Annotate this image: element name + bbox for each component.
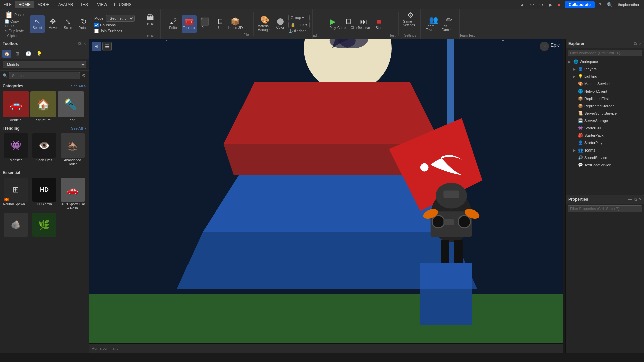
search-icon[interactable]: 🔍 bbox=[605, 2, 614, 7]
terrain-btn[interactable]: 🏔 Terrain bbox=[143, 11, 158, 28]
play-icon[interactable]: ▶ bbox=[547, 2, 554, 7]
search-input[interactable] bbox=[9, 72, 80, 79]
trending-see-all[interactable]: See All > bbox=[71, 126, 86, 130]
tree-workspace[interactable]: ▶ 🌐 Workspace bbox=[566, 58, 644, 65]
trending-monster[interactable]: 👾 Monster bbox=[3, 133, 29, 166]
stop-btn[interactable]: ■ Stop bbox=[372, 15, 386, 33]
toolbox-close-icon[interactable]: × bbox=[84, 41, 86, 46]
undo-icon[interactable]: ↩ bbox=[529, 2, 535, 7]
properties-minimize-icon[interactable]: — bbox=[628, 197, 632, 202]
rotate-btn[interactable]: ↻ Rotate bbox=[76, 15, 91, 33]
part-btn[interactable]: ⬛ Part bbox=[197, 15, 212, 33]
tree-server-script-icon: 📜 bbox=[578, 111, 583, 116]
category-vehicle[interactable]: 🚗 Vehicle bbox=[3, 91, 29, 122]
select-btn[interactable]: ↖ Select bbox=[30, 15, 45, 33]
properties-close-icon[interactable]: × bbox=[639, 197, 641, 202]
copy-btn[interactable]: 📄 Copy bbox=[5, 19, 24, 24]
edit-section-label: Edit bbox=[313, 34, 320, 39]
essential-sports-car[interactable]: 🚗 2019 Sports Car // Rosh bbox=[59, 178, 86, 210]
tree-server-storage[interactable]: 💾 ServerStorage bbox=[566, 117, 644, 124]
category-structure[interactable]: 🏠 Structure bbox=[30, 91, 56, 122]
collisions-check[interactable]: Collisions bbox=[94, 23, 135, 27]
collaborate-button[interactable]: Collaborate bbox=[565, 1, 595, 8]
explorer-close-icon[interactable]: × bbox=[639, 41, 641, 46]
tree-starter-player[interactable]: 👤 StarterPlayer bbox=[566, 139, 644, 146]
category-light[interactable]: 🔦 Light bbox=[58, 91, 84, 122]
trending-abandoned-house[interactable]: 🏚️ Abandoned House bbox=[59, 133, 86, 166]
menu-test[interactable]: TEST bbox=[76, 1, 94, 8]
tree-starter-gui[interactable]: 👾 StarterGui bbox=[566, 124, 644, 132]
properties-filter-input[interactable] bbox=[568, 205, 642, 212]
tree-players[interactable]: ▶ 👤 Players bbox=[566, 65, 644, 73]
essential-hd-admin[interactable]: HD HD Admin bbox=[31, 178, 58, 210]
reserve-btn[interactable]: ⏭ Reserve bbox=[356, 15, 371, 33]
tree-lighting[interactable]: ▶ 💡 Lighting bbox=[566, 73, 644, 80]
import3d-btn[interactable]: 📦 Import 3D bbox=[228, 15, 243, 33]
explorer-filter-input[interactable] bbox=[568, 50, 642, 56]
tree-sound-service[interactable]: 🔊 SoundService bbox=[566, 154, 644, 161]
anchor-btn[interactable]: ⚓ Anchor bbox=[288, 29, 310, 33]
svg-rect-25 bbox=[443, 219, 454, 225]
tab-grid[interactable]: ⊞ bbox=[13, 50, 22, 58]
trending-seek-eyes[interactable]: 👁️ Seek Eyes bbox=[31, 133, 58, 166]
ui-btn[interactable]: 🖥 UI bbox=[213, 15, 227, 33]
tree-replicated-first[interactable]: 📦 ReplicatedFirst bbox=[566, 95, 644, 102]
scale-btn[interactable]: ⤡ Scale bbox=[61, 15, 75, 33]
models-select[interactable]: Models Plugins Audio bbox=[3, 61, 86, 68]
tab-light[interactable]: 💡 bbox=[34, 50, 44, 58]
help-icon[interactable]: ? bbox=[597, 2, 603, 7]
vp-list-btn[interactable]: ☰ bbox=[102, 42, 112, 51]
mode-select[interactable]: Geometric Physical bbox=[106, 15, 135, 22]
duplicate-btn[interactable]: ⊕ Duplicate bbox=[5, 29, 24, 33]
lock-btn[interactable]: 🔒 Lock ▾ bbox=[288, 22, 310, 28]
tree-network-client[interactable]: 🌐 NetworkClient bbox=[566, 87, 644, 95]
tree-text-chat[interactable]: 💬 TextChatService bbox=[566, 161, 644, 169]
essential-neutral-spawn[interactable]: ⊞ 🔶 Neutral Spawn ... bbox=[3, 178, 29, 210]
menu-model[interactable]: MODEL bbox=[34, 1, 55, 8]
essential-item5[interactable]: 🌿 bbox=[31, 213, 58, 237]
game-settings-btn[interactable]: ⚙ Game Settings bbox=[403, 11, 418, 28]
tree-replicated-storage[interactable]: 📦 ReplicatedStorage bbox=[566, 102, 644, 110]
essential-item4[interactable]: 🪨 bbox=[3, 213, 29, 237]
color-btn[interactable]: Color bbox=[273, 15, 288, 33]
menu-plugins[interactable]: PLUGINS bbox=[111, 1, 135, 8]
redo-icon[interactable]: ↪ bbox=[538, 2, 545, 7]
group-lock-anchor: Group ▾ 🔒 Lock ▾ ⚓ Anchor bbox=[288, 15, 310, 33]
menu-avatar[interactable]: AVATAR bbox=[55, 1, 76, 8]
menu-file[interactable]: FILE bbox=[0, 1, 15, 8]
toolbox-pop-icon[interactable]: ⧉ bbox=[78, 41, 82, 46]
vp-roblox-btn[interactable]: ⊞ bbox=[92, 42, 101, 51]
paste-btn[interactable]: 📋 Paste bbox=[5, 11, 24, 19]
menu-home[interactable]: HOME bbox=[15, 1, 34, 8]
toolbox-minimize-icon[interactable]: — bbox=[72, 41, 76, 46]
tree-server-script[interactable]: 📜 ServerScriptService bbox=[566, 110, 644, 117]
tree-starter-pack[interactable]: 🎒 StarterPack bbox=[566, 132, 644, 139]
cut-btn[interactable]: ✂ Cut bbox=[5, 24, 24, 28]
categories-see-all[interactable]: See All > bbox=[71, 84, 86, 88]
categories-grid: 🚗 Vehicle 🏠 Structure 🔦 Light bbox=[0, 90, 89, 123]
tab-recent[interactable]: 🕐 bbox=[23, 50, 33, 58]
toolbox-btn[interactable]: 🧰 Toolbox bbox=[182, 15, 197, 33]
clipboard-label: Clipboard bbox=[7, 33, 22, 38]
menu-view[interactable]: VIEW bbox=[94, 1, 111, 8]
filter-btn[interactable]: ⚙ bbox=[82, 73, 86, 78]
tree-material-service[interactable]: 🎨 MaterialService bbox=[566, 80, 644, 87]
group-btn[interactable]: Group ▾ bbox=[288, 15, 310, 21]
explorer-pop-icon[interactable]: ⧉ bbox=[634, 41, 637, 46]
tab-models[interactable]: 🏠 bbox=[2, 50, 11, 58]
material-btn[interactable]: 🎨 Material Manager bbox=[258, 15, 272, 33]
current-client-btn[interactable]: 🖥 Current: Client bbox=[341, 15, 356, 33]
tree-teams[interactable]: ▶ 👥 Teams bbox=[566, 146, 644, 154]
properties-pop-icon[interactable]: ⧉ bbox=[634, 197, 637, 202]
explorer-minimize-icon[interactable]: — bbox=[628, 41, 632, 46]
command-input[interactable] bbox=[92, 346, 562, 350]
play-btn[interactable]: ▶ Play bbox=[325, 15, 340, 33]
save-icon[interactable]: ▲ bbox=[519, 2, 526, 7]
move-btn[interactable]: ✥ Move bbox=[45, 15, 60, 33]
editor-btn[interactable]: 🖊 Editor bbox=[166, 15, 181, 33]
edit-game-btn[interactable]: ✏ Edit Game bbox=[442, 15, 457, 33]
team-test-btn[interactable]: 👥 Team Test bbox=[426, 15, 441, 33]
join-surfaces-check[interactable]: Join Surfaces bbox=[94, 29, 135, 33]
stop-icon[interactable]: ■ bbox=[556, 2, 562, 7]
viewport-more-btn[interactable]: ··· bbox=[540, 42, 549, 51]
